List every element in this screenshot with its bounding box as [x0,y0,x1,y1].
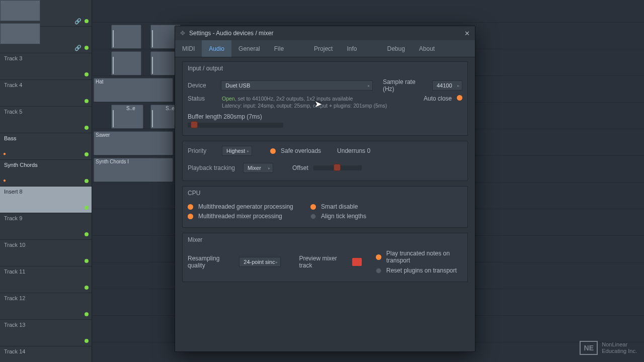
mute-dot-icon[interactable] [85,286,89,290]
link-icon[interactable]: 🔗 [74,45,82,51]
record-arm-icon[interactable]: ● [3,177,6,183]
preview-mixer-track-target[interactable] [352,258,362,266]
priority-label: Priority [188,147,217,154]
track-header[interactable]: Track 11 [0,266,92,293]
multithreaded-gen-toggle[interactable] [188,204,193,210]
watermark-logo: NE [580,341,598,355]
tab-file[interactable]: File [267,40,291,57]
track-header[interactable]: Track 9 [0,213,92,240]
tab-midi[interactable]: MIDI [175,40,202,57]
tab-audio[interactable]: Audio [202,40,231,57]
mute-dot-icon[interactable] [85,312,89,316]
smart-disable-label: Smart disable [321,203,358,210]
track-lane[interactable] [92,0,644,23]
track-header[interactable]: Synth Chords● [0,160,92,187]
playback-tracking-label: Playback tracking [188,164,238,171]
device-label: Device [188,82,216,89]
mute-dot-icon[interactable] [85,339,89,343]
smart-disable-toggle[interactable] [310,204,316,210]
device-value: Duet USB [225,82,250,88]
mute-dot-icon[interactable] [85,179,89,183]
tab-debug[interactable]: Debug [380,40,412,57]
mute-dot-icon[interactable] [85,206,89,210]
status-text: Open, set to 44100Hz, 2x2 outputs, 1x2 i… [222,95,419,109]
mute-dot-icon[interactable] [85,19,89,23]
playback-tracking-value: Mixer [248,165,261,171]
mute-dot-icon[interactable] [85,259,89,263]
sample-thumb[interactable] [0,0,40,21]
track-header[interactable]: Track 13 [0,320,92,346]
reset-plugins-label: Reset plugins on transport [386,267,457,274]
status-open: Open [222,96,235,102]
align-ticks-toggle[interactable] [310,214,316,219]
track-header[interactable]: Insert 8 [0,187,92,213]
status-detail: , set to 44100Hz, 2x2 outputs, 1x2 input… [235,96,353,102]
resampling-label: Resampling quality [188,255,232,269]
safe-overloads-toggle[interactable] [270,148,276,154]
auto-close-toggle[interactable] [457,95,462,101]
watermark-line2: Educating Inc. [602,348,637,354]
track-header[interactable]: Track 3 [0,53,92,80]
link-icon[interactable]: 🔗 [74,18,82,25]
buffer-slider[interactable] [188,123,283,128]
chevron-down-icon: ▸ [457,83,459,88]
playback-tracking-dropdown[interactable]: Mixer▸ [243,163,273,173]
mute-dot-icon[interactable] [85,99,89,103]
sample-thumb[interactable] [0,23,40,44]
chevron-down-icon: ▸ [368,83,370,88]
priority-dropdown[interactable]: Highest▸ [222,146,252,156]
underruns: Underruns 0 [337,147,370,154]
track-header[interactable]: Track 5 [0,107,92,133]
slider-knob[interactable] [334,164,341,171]
tab-general[interactable]: General [231,40,267,57]
reset-plugins-toggle[interactable] [376,268,381,274]
sample-rate-label: Sample rate (Hz) [383,78,427,93]
panel-mixer: Mixer Resampling quality 24-point sinc▸ … [182,233,468,282]
panel-io: Input / output Device Duet USB▸ Sample r… [182,61,468,136]
track-header[interactable]: Track 14 [0,346,92,362]
multithreaded-mix-label: Multithreaded mixer processing [198,213,282,220]
buffer-label: Buffer length 280smp (7ms) [188,113,462,120]
align-ticks-label: Align tick lengths [321,213,366,220]
sample-rate-dropdown[interactable]: 44100▸ [432,80,462,90]
tab-about[interactable]: About [412,40,442,57]
mute-dot-icon[interactable] [85,232,89,236]
mute-dot-icon[interactable] [85,72,89,76]
device-dropdown[interactable]: Duet USB▸ [221,80,373,90]
sample-rate-value: 44100 [437,82,452,88]
panel-cpu: CPU Multithreaded generator processing S… [182,186,468,228]
settings-titlebar[interactable]: ✥ Settings - Audio devices / mixer ✕ [175,26,475,40]
tab-info[interactable]: Info [340,40,364,57]
pin-icon[interactable]: ✥ [180,30,185,37]
resampling-value: 24-point sinc [244,259,275,265]
slider-knob[interactable] [191,121,198,128]
record-arm-icon[interactable]: ● [3,151,6,156]
settings-tabbar: MIDI Audio General File Project Info Deb… [175,40,475,57]
track-header[interactable]: Bass● [0,133,92,160]
mute-dot-icon[interactable] [85,126,89,130]
track-header[interactable]: Track 4 [0,80,92,107]
multithreaded-mix-toggle[interactable] [188,214,193,219]
offset-slider[interactable] [313,165,362,170]
track-header[interactable]: Track 12 [0,293,92,320]
resampling-dropdown[interactable]: 24-point sinc▸ [239,257,280,267]
mute-dot-icon[interactable] [85,46,89,50]
status-latency: Latency: input: 24smp, output: 25smp, ou… [222,103,387,109]
close-icon[interactable]: ✕ [464,30,470,37]
chevron-down-icon: ▸ [268,166,270,170]
chevron-down-icon: ▸ [247,149,249,153]
mute-dot-icon[interactable] [85,152,89,156]
chevron-down-icon: ▸ [276,260,278,264]
play-truncated-label: Play truncated notes on transport [386,250,462,264]
watermark-line1: NonLinear [602,341,637,348]
panel-priority: Priority Highest▸ Safe overloads Underru… [182,141,468,181]
play-truncated-toggle[interactable] [376,254,381,260]
preview-mixer-label: Preview mixer track [299,255,345,269]
watermark: NE NonLinear Educating Inc. [580,341,637,355]
track-header[interactable]: Track 10 [0,240,92,266]
track-headers: Kick🔗Clap🔗Track 3Track 4Track 5Bass●Synt… [0,0,92,362]
panel-title-mixer: Mixer [183,233,467,245]
auto-close-label: Auto close [424,95,452,102]
tab-project[interactable]: Project [307,40,340,57]
safe-overloads-label: Safe overloads [281,147,321,154]
